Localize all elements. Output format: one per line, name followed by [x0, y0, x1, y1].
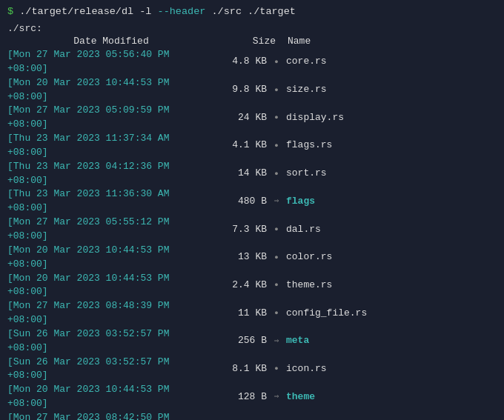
file-name: theme: [283, 390, 497, 404]
file-size: 4.1 KB: [215, 139, 267, 153]
file-name: theme.rs: [283, 279, 497, 293]
file-date: [Mon 20 Mar 2023 10:44:53 PM +08:00]: [7, 383, 215, 411]
file-name: color.rs: [283, 250, 497, 264]
file-date: [Mon 27 Mar 2023 08:48:39 PM +08:00]: [7, 299, 215, 327]
list-item: [Mon 27 Mar 2023 08:42:50 PM +08:00] 2.9…: [7, 411, 497, 420]
file-size: 8.1 KB: [215, 362, 267, 376]
file-name: dal.rs: [283, 223, 497, 237]
file-date: [Mon 27 Mar 2023 08:42:50 PM +08:00]: [7, 411, 215, 420]
file-size: 480 B: [215, 195, 267, 209]
file-icon: ●: [270, 56, 283, 68]
terminal-window: $ ./target/release/dl -l --header ./src …: [7, 6, 497, 420]
file-size: 7.3 KB: [215, 223, 267, 237]
file-date: [Mon 27 Mar 2023 05:09:59 PM +08:00]: [7, 104, 215, 132]
file-size: 14 KB: [215, 167, 267, 181]
list-item: [Mon 27 Mar 2023 05:56:40 PM +08:00] 4.8…: [7, 48, 497, 76]
command-text: ./target/release/dl -l: [19, 6, 157, 17]
src-col-date-header: Date Modified: [7, 36, 215, 47]
file-name: flags.rs: [283, 139, 497, 153]
list-item: [Thu 23 Mar 2023 11:36:30 AM +08:00] 480…: [7, 187, 497, 216]
list-item: [Mon 27 Mar 2023 05:09:59 PM +08:00] 24 …: [7, 104, 497, 132]
file-name: core.rs: [283, 55, 497, 69]
list-item: [Mon 20 Mar 2023 10:44:53 PM +08:00] 9.8…: [7, 76, 497, 104]
file-icon: ⇒: [270, 336, 283, 347]
file-date: [Mon 27 Mar 2023 05:56:40 PM +08:00]: [7, 48, 215, 76]
src-col-headers: Date Modified Size Name: [7, 36, 497, 47]
file-date: [Thu 23 Mar 2023 11:37:34 AM +08:00]: [7, 132, 215, 160]
prompt: $: [7, 6, 13, 17]
file-icon: ●: [270, 140, 283, 152]
command-line: $ ./target/release/dl -l --header ./src …: [7, 6, 497, 17]
file-icon: ●: [270, 363, 283, 375]
file-size: 13 KB: [215, 250, 267, 264]
list-item: [Thu 23 Mar 2023 11:37:34 AM +08:00] 4.1…: [7, 132, 497, 160]
src-section: ./src: Date Modified Size Name [Mon 27 M…: [7, 23, 497, 420]
file-date: [Thu 23 Mar 2023 11:36:30 AM +08:00]: [7, 187, 215, 216]
list-item: [Mon 20 Mar 2023 10:44:53 PM +08:00] 128…: [7, 383, 497, 411]
file-name: config_file.rs: [283, 307, 497, 321]
file-icon: ⇒: [270, 391, 283, 403]
file-name: icon.rs: [283, 362, 497, 376]
list-item: [Sun 26 Mar 2023 03:52:57 PM +08:00] 8.1…: [7, 356, 497, 384]
list-item: [Sun 26 Mar 2023 03:52:57 PM +08:00] 256…: [7, 327, 497, 356]
file-size: 2.4 KB: [215, 279, 267, 293]
file-icon: ●: [270, 252, 283, 264]
list-item: [Mon 27 Mar 2023 08:48:39 PM +08:00] 11 …: [7, 299, 497, 327]
file-date: [Mon 20 Mar 2023 10:44:53 PM +08:00]: [7, 76, 215, 104]
file-name: size.rs: [283, 83, 497, 97]
file-icon: ●: [270, 112, 283, 124]
file-icon: ●: [270, 84, 283, 96]
file-size: 11 KB: [215, 307, 267, 321]
src-file-list: [Mon 27 Mar 2023 05:56:40 PM +08:00] 4.8…: [7, 48, 497, 420]
src-col-name-header: Name: [282, 36, 497, 47]
file-size: 4.8 KB: [215, 55, 267, 69]
file-name: display.rs: [283, 111, 497, 125]
list-item: [Thu 23 Mar 2023 04:12:36 PM +08:00] 14 …: [7, 160, 497, 188]
file-size: 24 KB: [215, 111, 267, 125]
file-date: [Mon 20 Mar 2023 10:44:53 PM +08:00]: [7, 272, 215, 300]
file-size: 256 B: [215, 334, 267, 348]
file-icon: ●: [270, 168, 283, 180]
file-icon: ●: [270, 279, 283, 291]
file-date: [Mon 27 Mar 2023 05:55:12 PM +08:00]: [7, 216, 215, 244]
cmd-flag-header: --header: [158, 6, 206, 17]
file-date: [Thu 23 Mar 2023 04:12:36 PM +08:00]: [7, 160, 215, 188]
file-size: 9.8 KB: [215, 83, 267, 97]
file-date: [Sun 26 Mar 2023 03:52:57 PM +08:00]: [7, 356, 215, 384]
file-date: [Mon 20 Mar 2023 10:44:53 PM +08:00]: [7, 244, 215, 272]
list-item: [Mon 20 Mar 2023 10:44:53 PM +08:00] 2.4…: [7, 272, 497, 300]
src-section-label: ./src:: [7, 23, 497, 34]
src-col-size-header: Size: [215, 36, 282, 47]
file-icon: ●: [270, 307, 283, 319]
file-name: sort.rs: [283, 167, 497, 181]
file-name: flags: [283, 195, 497, 209]
file-icon: ●: [270, 224, 283, 236]
list-item: [Mon 27 Mar 2023 05:55:12 PM +08:00] 7.3…: [7, 216, 497, 244]
file-date: [Sun 26 Mar 2023 03:52:57 PM +08:00]: [7, 327, 215, 356]
file-size: 128 B: [215, 390, 267, 404]
file-name: meta: [283, 334, 497, 348]
file-icon: ⇒: [270, 196, 283, 207]
list-item: [Mon 20 Mar 2023 10:44:53 PM +08:00] 13 …: [7, 244, 497, 272]
